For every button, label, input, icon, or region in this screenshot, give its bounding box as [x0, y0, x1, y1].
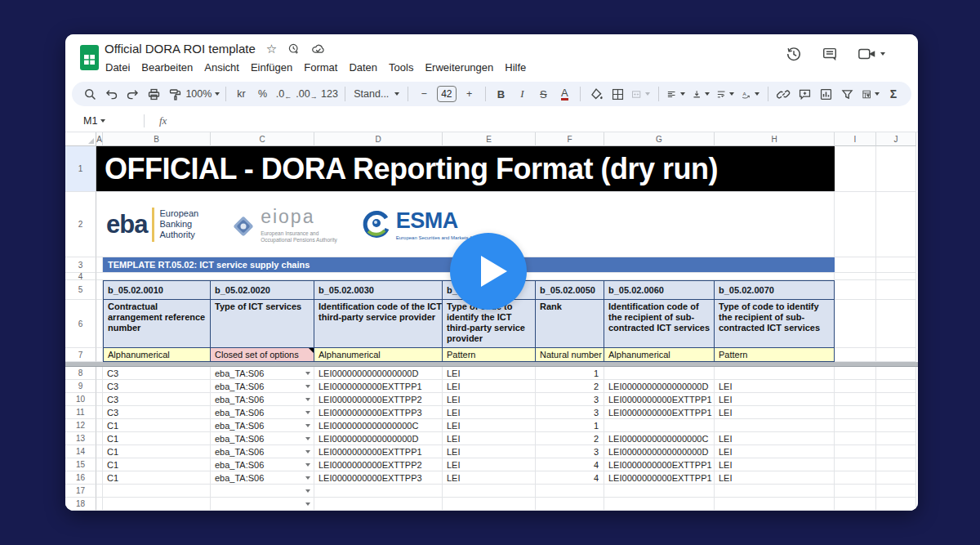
cell[interactable]	[96, 406, 103, 419]
document-title[interactable]: Official DORA ROI template	[105, 42, 256, 56]
cell[interactable]: C1	[103, 419, 211, 432]
row-header[interactable]: 8	[65, 367, 96, 380]
column-header-h[interactable]: H	[715, 132, 835, 146]
column-header-f[interactable]: F	[536, 132, 604, 146]
cell[interactable]	[876, 485, 916, 498]
row-header[interactable]: 15	[65, 458, 96, 471]
header-code-cell[interactable]: b_05.02.0060	[604, 280, 715, 300]
cell[interactable]	[715, 485, 835, 498]
borders-icon[interactable]	[608, 84, 627, 104]
cell[interactable]	[835, 419, 876, 432]
cell[interactable]: C1	[103, 458, 211, 471]
column-header-e[interactable]: E	[443, 132, 536, 146]
cell[interactable]: LEI	[443, 419, 536, 432]
cell[interactable]	[103, 485, 211, 498]
cell[interactable]	[96, 300, 103, 348]
row-header[interactable]: 16	[65, 471, 96, 485]
cell[interactable]	[835, 257, 876, 273]
header-title-cell[interactable]: Identification code of the ICT third-par…	[314, 300, 443, 348]
dropdown-arrow-icon[interactable]	[305, 398, 310, 401]
menu-datei[interactable]: Datei	[100, 59, 136, 76]
select-all-corner[interactable]	[65, 132, 96, 146]
cell[interactable]: LEI	[443, 406, 536, 419]
cell[interactable]	[835, 393, 876, 406]
cell[interactable]	[835, 498, 876, 511]
header-title-cell[interactable]: Contractual arrangement reference number	[103, 300, 211, 348]
row-header[interactable]: 3	[65, 257, 96, 273]
filter-icon[interactable]	[838, 84, 858, 104]
cell[interactable]	[835, 406, 876, 419]
cell[interactable]	[876, 273, 916, 280]
cell[interactable]: eba_TA:S06	[211, 406, 314, 419]
row-header[interactable]: 9	[65, 380, 96, 393]
cell[interactable]: 3	[536, 393, 604, 406]
percent-format-button[interactable]: %	[253, 84, 273, 104]
cell[interactable]: 2	[536, 380, 604, 393]
cell[interactable]	[876, 419, 916, 432]
cell[interactable]	[314, 485, 443, 498]
cell[interactable]	[876, 367, 916, 380]
cell[interactable]	[96, 445, 103, 458]
cell[interactable]	[876, 458, 916, 471]
filter-views-icon[interactable]	[859, 84, 882, 104]
undo-icon[interactable]	[101, 84, 121, 104]
name-box[interactable]: M1	[65, 115, 137, 127]
paint-format-icon[interactable]	[165, 84, 185, 104]
cell[interactable]	[835, 348, 876, 362]
cell[interactable]	[96, 280, 103, 300]
dropdown-arrow-icon[interactable]	[305, 476, 310, 480]
cell[interactable]	[876, 498, 916, 511]
insert-link-icon[interactable]	[774, 84, 794, 104]
cell[interactable]	[604, 485, 715, 498]
cell[interactable]	[835, 485, 876, 498]
cell[interactable]	[835, 432, 876, 445]
cell[interactable]	[443, 498, 536, 511]
column-header-b[interactable]: B	[103, 132, 211, 146]
row-header[interactable]: 2	[65, 192, 96, 257]
cell[interactable]	[96, 348, 103, 362]
formula-input[interactable]	[175, 109, 918, 132]
row-header[interactable]: 4	[65, 273, 96, 280]
fill-color-icon[interactable]	[586, 84, 606, 104]
cell[interactable]: C1	[103, 445, 211, 458]
version-history-icon[interactable]	[786, 46, 802, 62]
type-cell[interactable]: Alphanumerical	[103, 348, 211, 362]
header-code-cell[interactable]: b_05.02.0030	[314, 280, 443, 300]
cell[interactable]: LEI0000000000EXTTPP1	[314, 380, 443, 393]
font-size-input[interactable]: 42	[437, 86, 457, 102]
type-cell[interactable]: Alphanumerical	[314, 348, 443, 362]
italic-button[interactable]: I	[512, 84, 532, 104]
cell[interactable]	[715, 419, 835, 432]
cell[interactable]: LEI0000000000EXTTPP1	[314, 445, 443, 458]
cell[interactable]: LEI	[715, 458, 835, 471]
menu-daten[interactable]: Daten	[343, 59, 383, 76]
cell[interactable]: LEI	[443, 445, 536, 458]
number-format-button[interactable]: 123	[319, 84, 339, 104]
cell[interactable]: LEI0000000000000000C	[314, 419, 443, 432]
cell[interactable]: LEI	[715, 432, 835, 445]
currency-format-button[interactable]: kr	[232, 84, 252, 104]
cell[interactable]	[96, 471, 103, 485]
dropdown-arrow-icon[interactable]	[305, 424, 310, 427]
cell[interactable]	[876, 445, 916, 458]
cell[interactable]: eba_TA:S06	[211, 432, 314, 445]
cell[interactable]: LEI0000000000EXTTPP3	[314, 406, 443, 419]
cell[interactable]	[536, 498, 604, 511]
cell[interactable]	[96, 432, 103, 445]
official-banner-cell[interactable]: OFFICIAL - DORA Reporting Format (dry ru…	[96, 146, 835, 192]
cell[interactable]	[96, 419, 103, 432]
cell[interactable]	[96, 367, 103, 380]
horizontal-align-icon[interactable]	[664, 84, 687, 104]
dropdown-arrow-icon[interactable]	[305, 372, 310, 375]
row-header[interactable]: 11	[65, 406, 96, 419]
dropdown-arrow-icon[interactable]	[305, 463, 310, 467]
cell[interactable]: C3	[103, 367, 211, 380]
font-select[interactable]: Stand...	[351, 84, 402, 104]
cell[interactable]	[876, 300, 916, 348]
cell[interactable]: eba_TA:S06	[211, 367, 314, 380]
row-header[interactable]: 13	[65, 432, 96, 445]
cell[interactable]: LEI0000000000000000D	[314, 432, 443, 445]
row-header[interactable]: 1	[65, 146, 96, 192]
badge-icon[interactable]	[287, 42, 301, 56]
cell[interactable]: eba_TA:S06	[211, 458, 314, 471]
